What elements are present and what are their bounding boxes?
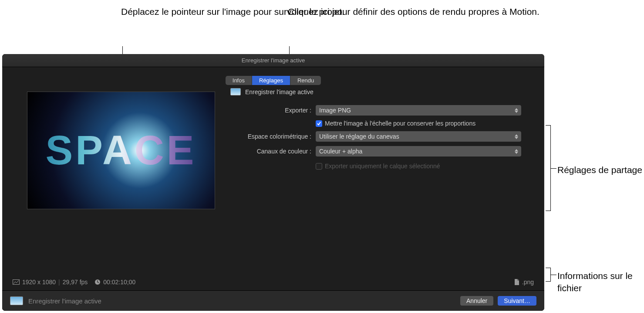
export-select[interactable]: Image PNG <box>316 105 521 116</box>
status-fps: 29,97 fps <box>63 279 88 286</box>
panel-header-title: Enregistrer l'image active <box>245 88 314 95</box>
tab-bar: Infos Réglages Rendu <box>2 76 544 85</box>
bracket-fileinfo <box>546 268 551 282</box>
preview-thumbnail[interactable]: SPACE <box>27 92 215 209</box>
preview-text: SPACE <box>46 127 197 174</box>
file-icon <box>514 279 519 285</box>
footer-thumb-icon <box>10 296 23 305</box>
tab-reglages[interactable]: Réglages <box>252 76 290 85</box>
scale-checkbox[interactable] <box>316 120 322 127</box>
colorspace-label: Espace colorimétrique : <box>230 133 316 140</box>
cancel-button[interactable]: Annuler <box>460 296 493 306</box>
footer: Enregistrer l'image active Annuler Suiva… <box>2 291 544 311</box>
bracket-settings <box>546 125 551 211</box>
settings-panel: Enregistrer l'image active Exporter : Im… <box>230 88 531 174</box>
callout-settings: Réglages de partage <box>557 164 642 176</box>
resolution-icon <box>13 279 20 285</box>
status-extension: .png <box>522 279 534 286</box>
export-layer-checkbox-label: Exporter uniquement le calque sélectionn… <box>325 163 440 170</box>
select-arrows-icon <box>513 147 519 155</box>
colorspace-select[interactable]: Utiliser le réglage du canevas <box>316 131 521 142</box>
window-title: Enregistrer l'image active <box>2 54 544 67</box>
channels-select[interactable]: Couleur + alpha <box>316 146 521 156</box>
select-arrows-icon <box>513 133 519 140</box>
channels-select-value: Couleur + alpha <box>319 148 362 155</box>
select-arrows-icon <box>513 106 519 114</box>
status-bar: 1920 x 1080 | 29,97 fps 00:02:10;00 .png <box>2 273 544 291</box>
status-duration: 00:02:10;00 <box>103 279 135 286</box>
export-dialog: Enregistrer l'image active Infos Réglage… <box>2 54 544 311</box>
export-select-value: Image PNG <box>319 107 351 114</box>
clock-icon <box>94 279 101 285</box>
next-button[interactable]: Suivant… <box>498 296 536 306</box>
status-resolution: 1920 x 1080 <box>22 279 56 286</box>
export-label: Exporter : <box>230 107 316 114</box>
tab-infos[interactable]: Infos <box>226 76 252 85</box>
callout-render: Cliquez ici pour définir des options de … <box>288 6 539 18</box>
channels-label: Canaux de couleur : <box>230 148 316 155</box>
tab-rendu[interactable]: Rendu <box>290 76 321 85</box>
panel-thumb-icon <box>230 88 241 95</box>
callout-fileinfo: Informations sur le fichier <box>557 270 644 295</box>
footer-title: Enregistrer l'image active <box>28 297 101 305</box>
export-layer-checkbox[interactable] <box>316 163 322 170</box>
scale-checkbox-label: Mettre l'image à l'échelle pour conserve… <box>325 120 475 127</box>
colorspace-select-value: Utiliser le réglage du canevas <box>319 133 399 140</box>
